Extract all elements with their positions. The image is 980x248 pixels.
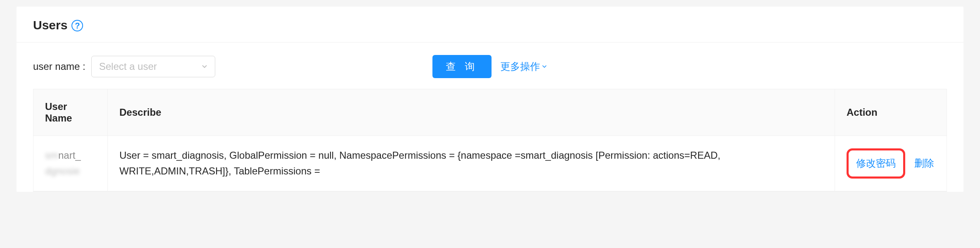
users-card: Users ? user name : Select a user 查 询 更多… <box>17 7 963 192</box>
query-button[interactable]: 查 询 <box>433 55 492 78</box>
users-table: User Name Describe Action smnart_ dgnosi… <box>33 89 947 192</box>
center-controls: 查 询 更多操作 <box>433 55 548 78</box>
card-header: Users ? <box>17 7 963 43</box>
cell-describe: User = smart_diagnosis, GlobalPermission… <box>108 136 835 191</box>
more-actions-dropdown[interactable]: 更多操作 <box>500 60 547 73</box>
col-header-username: User Name <box>33 89 108 136</box>
user-select-placeholder: Select a user <box>99 61 157 72</box>
col-header-describe: Describe <box>108 89 835 136</box>
chevron-down-icon <box>541 61 547 72</box>
delete-link[interactable]: 删除 <box>914 155 934 171</box>
toolbar: user name : Select a user 查 询 更多操作 <box>17 43 963 89</box>
col-header-action: Action <box>835 89 947 136</box>
username-visible: nart_ <box>58 150 81 161</box>
username-blur-prefix: sm <box>45 150 58 161</box>
chevron-down-icon <box>201 63 208 70</box>
table-row: smnart_ dgnosie User = smart_diagnosis, … <box>33 136 947 191</box>
cell-username: smnart_ dgnosie <box>33 136 108 191</box>
user-name-label: user name : <box>33 61 86 72</box>
change-password-link[interactable]: 修改密码 <box>856 155 896 171</box>
table-header-row: User Name Describe Action <box>33 89 947 136</box>
username-blur-line2: dgnosie <box>45 163 96 179</box>
table-wrap: User Name Describe Action smnart_ dgnosi… <box>17 89 963 192</box>
user-select[interactable]: Select a user <box>91 56 215 77</box>
cell-action: 修改密码 删除 <box>835 136 947 191</box>
more-actions-label: 更多操作 <box>500 60 540 73</box>
page-title: Users <box>33 18 67 32</box>
help-icon[interactable]: ? <box>71 20 83 31</box>
change-password-highlight: 修改密码 <box>847 148 905 178</box>
